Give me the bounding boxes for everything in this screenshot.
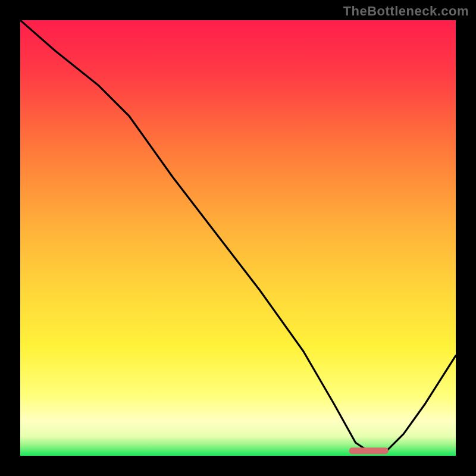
watermark-text: TheBottleneck.com	[343, 4, 469, 19]
optimal-range-marker	[349, 447, 389, 454]
chart-frame	[18, 18, 458, 458]
chart-area	[20, 20, 456, 456]
chart-background-gradient	[20, 20, 456, 456]
bottleneck-chart	[20, 20, 456, 456]
